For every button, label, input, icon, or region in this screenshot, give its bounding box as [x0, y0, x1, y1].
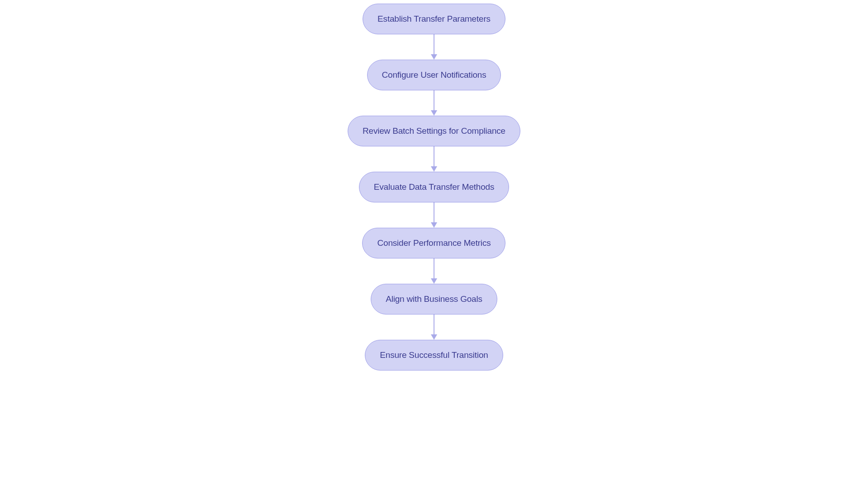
connector-line — [434, 34, 434, 54]
flowchart-connector — [431, 258, 437, 284]
arrowhead-icon — [431, 54, 437, 60]
node-label: Review Batch Settings for Compliance — [363, 126, 505, 136]
connector-line — [434, 314, 434, 334]
node-label: Establish Transfer Parameters — [377, 14, 491, 23]
flowchart-node-5: Consider Performance Metrics — [363, 228, 506, 258]
flowchart-node-3: Review Batch Settings for Compliance — [348, 116, 520, 146]
node-label: Evaluate Data Transfer Methods — [374, 182, 494, 192]
arrowhead-icon — [431, 334, 437, 340]
flowchart-connector — [431, 146, 437, 172]
arrowhead-icon — [431, 166, 437, 172]
node-label: Align with Business Goals — [386, 294, 482, 304]
flowchart-node-7: Ensure Successful Transition — [365, 340, 503, 371]
node-label: Ensure Successful Transition — [380, 350, 488, 360]
flowchart-connector — [431, 202, 437, 228]
flowchart-connector — [431, 90, 437, 116]
connector-line — [434, 146, 434, 166]
connector-line — [434, 90, 434, 110]
connector-line — [434, 202, 434, 222]
node-label: Consider Performance Metrics — [377, 238, 491, 248]
arrowhead-icon — [431, 222, 437, 228]
arrowhead-icon — [431, 278, 437, 284]
flowchart-node-6: Align with Business Goals — [371, 284, 497, 314]
flowchart-container: Establish Transfer Parameters Configure … — [348, 4, 520, 371]
flowchart-connector — [431, 314, 437, 340]
flowchart-node-2: Configure User Notifications — [367, 60, 501, 90]
flowchart-connector — [431, 34, 437, 60]
connector-line — [434, 258, 434, 278]
arrowhead-icon — [431, 110, 437, 116]
node-label: Configure User Notifications — [382, 70, 486, 80]
flowchart-node-4: Evaluate Data Transfer Methods — [359, 172, 509, 202]
flowchart-node-1: Establish Transfer Parameters — [363, 4, 505, 34]
